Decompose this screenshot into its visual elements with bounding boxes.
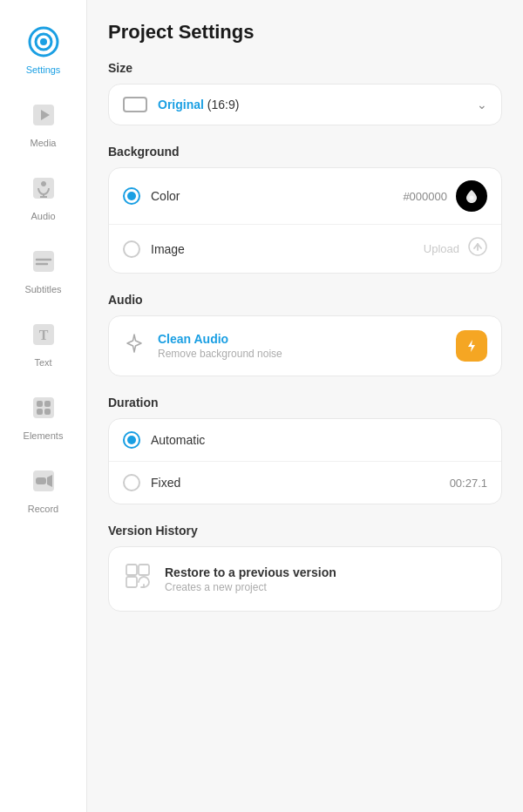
record-icon	[30, 467, 58, 495]
media-icon-wrapper	[24, 96, 63, 134]
sidebar-item-subtitles-label: Subtitles	[24, 284, 61, 294]
page-title: Project Settings	[108, 21, 502, 44]
fixed-option-label: Fixed	[151, 476, 450, 490]
elements-icon-wrapper	[24, 389, 63, 427]
color-radio-button[interactable]	[123, 187, 140, 205]
background-card: Color #000000 Image Upload	[108, 167, 502, 274]
background-section-label: Background	[108, 145, 502, 159]
svg-marker-24	[468, 340, 475, 352]
automatic-radio-button[interactable]	[123, 431, 140, 449]
audio-card: Clean Audio Remove background noise	[108, 315, 502, 376]
subtitles-icon-wrapper	[24, 242, 63, 281]
size-option-name: Original	[158, 98, 204, 112]
sidebar-item-media-label: Media	[31, 138, 57, 148]
elements-icon	[30, 394, 58, 422]
sparkle-icon	[123, 332, 146, 360]
color-picker-icon	[464, 188, 479, 204]
clean-audio-text: Clean Audio Remove background noise	[158, 332, 456, 360]
svg-rect-14	[37, 401, 43, 407]
automatic-option-label: Automatic	[151, 433, 487, 447]
svg-rect-8	[33, 251, 54, 272]
color-option-label: Color	[151, 189, 403, 203]
sidebar-item-subtitles[interactable]: Subtitles	[4, 233, 83, 303]
clean-audio-icon	[123, 332, 146, 355]
svg-point-21	[470, 196, 474, 200]
restore-icon	[123, 561, 153, 591]
size-card: Original (16:9) ⌄	[108, 84, 502, 125]
sidebar-item-media[interactable]: Media	[4, 87, 83, 157]
sidebar-item-record-label: Record	[28, 504, 58, 514]
svg-rect-27	[126, 577, 137, 587]
duration-card: Automatic Fixed 00:27.1	[108, 418, 502, 504]
fixed-radio-button[interactable]	[123, 474, 140, 491]
duration-fixed-row[interactable]: Fixed 00:27.1	[109, 462, 501, 504]
text-icon: T	[30, 321, 58, 348]
audio-icon-wrapper	[24, 169, 63, 207]
svg-rect-13	[33, 397, 54, 418]
text-icon-wrapper: T	[24, 315, 63, 354]
settings-icon-wrapper	[24, 23, 63, 61]
background-image-row[interactable]: Image Upload	[109, 225, 501, 273]
sidebar-item-elements[interactable]: Elements	[4, 380, 83, 450]
svg-rect-19	[36, 477, 46, 484]
image-option-label: Image	[151, 242, 424, 256]
puzzle-icon	[123, 561, 153, 597]
svg-rect-26	[139, 565, 149, 575]
color-swatch-button[interactable]	[456, 180, 487, 212]
size-chevron-icon: ⌄	[477, 98, 487, 112]
svg-rect-16	[37, 409, 43, 415]
clean-audio-row: Clean Audio Remove background noise	[109, 316, 501, 376]
size-dropdown[interactable]: Original (16:9) ⌄	[109, 85, 501, 125]
restore-subtitle: Creates a new project	[165, 581, 487, 593]
restore-text-block: Restore to a previous version Creates a …	[165, 565, 487, 593]
clean-audio-title: Clean Audio	[158, 332, 456, 346]
sidebar-item-text[interactable]: T Text	[4, 307, 83, 376]
duration-automatic-row[interactable]: Automatic	[109, 419, 501, 462]
main-content: Project Settings Size Original (16:9) ⌄ …	[87, 0, 523, 812]
audio-section-label: Audio	[108, 293, 502, 307]
sidebar-item-record[interactable]: Record	[4, 453, 83, 523]
restore-version-row[interactable]: Restore to a previous version Creates a …	[109, 547, 501, 611]
svg-rect-25	[126, 565, 137, 575]
clean-audio-lightning-button[interactable]	[456, 330, 487, 362]
size-section-label: Size	[108, 61, 502, 75]
sidebar-item-settings[interactable]: Settings	[4, 14, 83, 84]
subtitles-icon	[30, 247, 58, 275]
sidebar-item-text-label: Text	[34, 357, 51, 368]
sidebar-item-settings-label: Settings	[26, 64, 61, 75]
svg-text:T: T	[38, 328, 48, 342]
size-aspect-icon	[123, 97, 147, 112]
svg-rect-15	[44, 401, 51, 407]
svg-rect-17	[44, 409, 51, 415]
version-history-section-label: Version History	[108, 524, 502, 538]
size-ratio: (16:9)	[207, 98, 240, 112]
upload-arrow-icon	[468, 237, 487, 256]
audio-icon	[30, 174, 58, 202]
background-color-row[interactable]: Color #000000	[109, 168, 501, 225]
clean-audio-subtitle: Remove background noise	[158, 348, 456, 360]
size-selected-text: Original (16:9)	[158, 98, 477, 112]
duration-section-label: Duration	[108, 396, 502, 409]
media-icon	[30, 101, 58, 129]
fixed-time-value: 00:27.1	[450, 477, 487, 490]
sidebar: Settings Media Audio	[0, 0, 87, 812]
restore-title: Restore to a previous version	[165, 565, 487, 579]
settings-icon	[28, 26, 59, 58]
svg-point-2	[40, 38, 47, 45]
color-hex-value: #000000	[403, 190, 447, 203]
sidebar-item-elements-label: Elements	[24, 430, 64, 441]
sidebar-item-audio[interactable]: Audio	[4, 160, 83, 230]
sidebar-item-audio-label: Audio	[31, 211, 55, 221]
upload-label: Upload	[424, 242, 459, 255]
image-radio-button[interactable]	[123, 240, 140, 258]
version-history-card: Restore to a previous version Creates a …	[108, 546, 502, 612]
lightning-icon	[464, 338, 479, 354]
upload-icon[interactable]	[468, 237, 487, 261]
record-icon-wrapper	[24, 462, 63, 500]
